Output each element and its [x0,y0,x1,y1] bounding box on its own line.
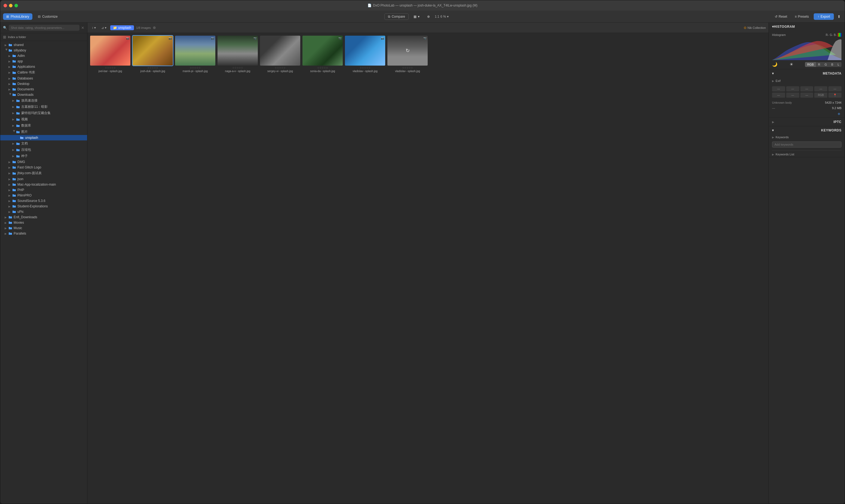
sidebar-item-tomb[interactable]: ▶ 古墓丽影11：暗影 [0,104,87,110]
photo-thumbnail-2[interactable]: 📷 [132,36,173,66]
rgb-button[interactable]: RGB [805,62,816,67]
sidebar-item-app[interactable]: ▶ app [0,58,87,64]
sidebar-item-parallels[interactable]: ▶ Parallels [0,231,87,236]
sidebar-item-soundsource[interactable]: ▶ SoundSource 5.3.6 [0,198,87,203]
sidebar-item-desktop[interactable]: ▶ Desktop [0,81,87,87]
maximize-button[interactable] [14,4,18,7]
iptc-header[interactable]: ▶ IPTC [769,118,845,126]
unknown-body-label: Unknown body [772,101,792,104]
file-size-value: 9.2 MB [832,106,842,110]
fit-button[interactable]: ⊕ [425,13,433,20]
photo-item-8[interactable]: ↻ 📷 ☆☆☆☆☆ vladislav···splash.jpg [388,36,428,73]
sidebar-item-gaosulian[interactable]: ▶ 放高速连接 [0,97,87,104]
sidebar-item-shared[interactable]: ▶ shared [0,42,87,48]
photo-item-6[interactable]: 📷 ☆☆☆☆☆ sonia-da···splash.jpg [303,36,343,73]
photo-label: sonia-da···splash.jpg [310,70,335,73]
sidebar-item-montezuma[interactable]: ▶ 蒙特祖玛的宝藏合集 [0,110,87,116]
reset-button[interactable]: ↺ Reset [772,13,790,20]
sidebar-item-documents[interactable]: ▶ Documents [0,87,87,92]
sort-button[interactable]: ↕ ▾ [90,25,97,31]
sidebar-item-adlm[interactable]: ▶ Adlm [0,53,87,58]
compare-button[interactable]: ⧉ Compare [384,13,409,20]
keywords-subsection[interactable]: ▶ Keywords [769,134,845,140]
presets-button[interactable]: ≡ Presets [792,13,812,20]
photo-item-3[interactable]: 📷 ☆☆☆☆☆ marek-pi···splash.jpg [175,36,215,73]
sidebar-item-fast-glitch[interactable]: ▶ Fast Glitch Logo [0,165,87,170]
sidebar-item-dmg[interactable]: ▶ DMG [0,159,87,165]
histogram-bottom-controls: 🌙 ☀ RGB R G B L [772,62,842,67]
blue-channel-button[interactable]: B [829,62,835,67]
chevron-right-icon: ▶ [5,232,8,235]
sidebar-item-shujuku[interactable]: ▶ 数据库 [0,123,87,129]
photo-item-5[interactable]: ☆☆☆☆☆ sergey-vi···splash.jpg [260,36,300,73]
keywords-list-subsection[interactable]: ▶ Keywords List [769,151,845,157]
sidebar-tree: ▶ shared ▶ sillyaboy ▶ Adlm [0,41,87,504]
photo-thumbnail-8[interactable]: ↻ 📷 [388,36,428,66]
photo-thumbnail-3[interactable]: 📷 [175,36,215,66]
sidebar-item-calibre[interactable]: ▶ Calibre 书库 [0,69,87,76]
minimize-button[interactable] [9,4,13,7]
photo-item-4[interactable]: 📷 ☆☆☆☆☆ naga-a-v···splash.jpg [217,36,258,73]
sidebar-item-wendang[interactable]: ▶ 文档 [0,140,87,147]
main-content: 🔍 ✕ ⊞ Index a folder ▶ shared ▶ [0,23,845,504]
add-metadata-button[interactable]: + [836,111,842,117]
sidebar-item-applications[interactable]: ▶ Applications [0,64,87,69]
window-title: 📄 DxO PhotoLab — unsplash — josh-duke-la… [367,3,478,7]
search-input[interactable] [9,25,79,31]
photo-item-1[interactable]: 📷 ☆☆☆☆☆ joel-bar···splash.jpg [90,36,130,73]
fit-icon: ⊕ [427,15,430,18]
sidebar-item-upic[interactable]: ▶ uPic [0,209,87,214]
photo-thumbnail-7[interactable]: 📷 [345,36,385,66]
photo-thumbnail-1[interactable]: 📷 [90,36,130,66]
sidebar-item-enfi[interactable]: ▶ Enfi_Downloads [0,214,87,220]
sidebar-item-databases[interactable]: ▶ Databases [0,76,87,81]
chevron-right-icon: ▶ [8,161,12,164]
photo-thumbnail-5[interactable] [260,36,300,66]
export-button[interactable]: ↑ Export [814,13,834,20]
exif-header[interactable]: ▶ Exif [772,79,842,83]
search-clear-button[interactable]: ✕ [81,25,84,30]
share-button[interactable]: ⬆ [836,13,842,20]
histogram-header[interactable]: ▾ HISTOGRAM [769,23,845,31]
customize-button[interactable]: ⊟ Customize [35,13,61,20]
sidebar-item-pictures[interactable]: ▶ 图片 [0,129,87,135]
photo-item-2[interactable]: 📷 ☆☆☆☆☆ josh-duk···splash.jpg [132,36,173,73]
close-button[interactable] [3,4,7,7]
chevron-right-icon: ▶ [8,172,12,175]
highlights-icon[interactable]: ☀ [789,62,793,67]
keywords-header[interactable]: ▾ KEYWORDS [769,126,845,134]
sidebar-item-movies[interactable]: ▶ Movies [0,220,87,225]
shadows-icon[interactable]: 🌙 [772,62,777,67]
metadata-header[interactable]: ▾ METADATA [769,69,845,77]
sidebar-item-sillyaboy[interactable]: ▶ sillyaboy [0,48,87,53]
photo-thumbnail-6[interactable]: 📷 [303,36,343,66]
chevron-right-icon: ▶ [12,118,16,121]
exif-label: Exif [776,79,780,83]
photo-item-7[interactable]: 📷 ☆☆☆☆☆ vladislav···splash.jpg [345,36,385,73]
keywords-input[interactable] [772,142,842,147]
view-toggle-button[interactable]: ▦ ▾ [411,13,422,20]
chevron-right-icon: ▶ [8,65,12,68]
photo-area: ↕ ▾ ⊿ ▾ 📁 unsplash 1/8 images ⊙ Nik Coll… [87,23,769,504]
photolibrary-button[interactable]: ⊞ PhotoLibrary [3,13,32,20]
sidebar-item-jfsky[interactable]: ▶ jfsky.com-面试表 [0,170,87,176]
nik-collection-button[interactable]: ⊙ Nik Collection [744,26,766,30]
sidebar-item-json[interactable]: ▶ json [0,176,87,182]
luminance-channel-button[interactable]: L [835,62,842,67]
filter-button[interactable]: ⊿ ▾ [100,25,108,31]
sidebar-item-music[interactable]: ▶ Music [0,225,87,231]
photo-thumbnail-4[interactable]: 📷 [217,36,258,66]
sidebar-item-php[interactable]: ▶ PHP [0,187,87,193]
star-rating: ☆☆☆☆☆ [402,67,413,69]
sidebar-item-unsplash[interactable]: unsplash [0,135,87,140]
sidebar-item-seed[interactable]: ▶ 种子 [0,153,87,159]
red-channel-button[interactable]: R [816,62,822,67]
sidebar-item-video[interactable]: ▶ 视频 [0,116,87,123]
sidebar-item-zipbag[interactable]: ▶ 压缩包 [0,147,87,153]
sidebar-item-pliim[interactable]: ▶ PliimPRO [0,193,87,198]
green-channel-button[interactable]: G [822,62,829,67]
sidebar-item-mac-app[interactable]: ▶ Mac-App-localization-main [0,182,87,187]
sidebar-item-downloads[interactable]: ▶ Downloads [0,92,87,97]
index-folder-button[interactable]: ⊞ Index a folder [0,33,87,41]
sidebar-item-student[interactable]: ▶ Student-Explorations [0,203,87,209]
